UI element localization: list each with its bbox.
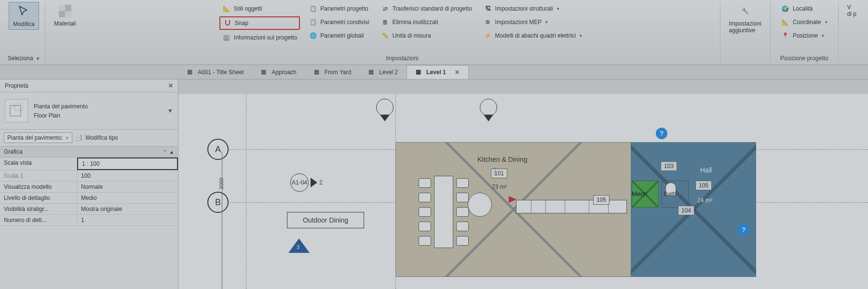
edit-type-button[interactable]: 📑Modifica tipo <box>75 134 118 141</box>
grid-line-v1[interactable] <box>246 94 246 289</box>
trasferisci-button[interactable]: ⇄Trasferisci standard di progetto <box>378 3 475 14</box>
prop-name: Scala 1: <box>0 171 77 181</box>
property-row[interactable]: Livello di dettaglioMedio <box>0 193 178 204</box>
close-panel-button[interactable]: ✕ <box>168 82 173 89</box>
abachi-button[interactable]: ⚡Modelli di abachi quadri elettrici ▾ <box>481 30 585 41</box>
snap-button[interactable]: Snap <box>219 16 300 30</box>
info-progetto-button[interactable]: 🏢Informazioni sul progetto <box>219 32 300 43</box>
modifica-button[interactable]: Modifica <box>9 2 39 30</box>
materials-icon <box>58 4 72 18</box>
styles-icon: 📐 <box>222 4 231 13</box>
panel-impostazioni: 📐Stili oggetti Snap 🏢Informazioni sul pr… <box>84 2 720 63</box>
prop-name: Visualizza modello <box>0 182 77 192</box>
elevation-marker[interactable] <box>376 99 393 116</box>
close-tab-button[interactable]: ✕ <box>455 69 460 76</box>
instance-filter[interactable]: Pianta del pavimento: ∨ <box>4 132 72 143</box>
svg-rect-3 <box>10 105 21 116</box>
type-dropdown-icon[interactable]: ▼ <box>167 107 173 114</box>
panel-title-seleziona[interactable]: Seleziona ▼ <box>8 55 40 63</box>
kitchen-counter[interactable] <box>516 200 627 213</box>
structural-icon: 🏗 <box>484 4 492 13</box>
section-marker[interactable]: A1-04 2 <box>290 173 323 192</box>
unita-button[interactable]: 📏Unità di misura <box>378 30 475 41</box>
hall-area: 24 m² <box>697 197 712 204</box>
parametri-condivisi-button[interactable]: 📋Parametri condivisi <box>306 16 372 28</box>
dining-table[interactable] <box>415 171 473 253</box>
property-row[interactable]: Scala 1:100 <box>0 171 178 182</box>
doc-tab[interactable]: ▦A001 - Title Sheet <box>178 65 252 79</box>
type-selector[interactable]: Pianta del pavimentoFloor Plan ▼ <box>0 92 178 130</box>
prop-value[interactable]: Mostra originale <box>77 204 178 214</box>
elimina-button[interactable]: 🗑Elimina inutilizzati <box>378 16 475 28</box>
edit-type-icon: 📑 <box>75 134 82 141</box>
room-tag-103[interactable]: 103 <box>661 161 677 171</box>
mep-icon: ⚙ <box>484 18 492 26</box>
room-tag-104[interactable]: 104 <box>678 206 694 215</box>
doc-tab[interactable]: ▦Approach <box>252 65 305 79</box>
room-outdoor-dining[interactable]: Outdoor Dining <box>287 212 364 228</box>
panel-title-posizione[interactable]: Posizione progetto <box>780 55 828 63</box>
room-area-101: 73 m² <box>492 184 507 190</box>
prop-value[interactable]: 100 <box>77 171 178 181</box>
aggiuntive-label: Impostazioniaggiuntive <box>729 20 761 34</box>
room-tag-105b[interactable]: 105 <box>695 181 712 190</box>
parametri-progetto-button[interactable]: 📋Parametri progetto <box>306 3 372 14</box>
cut-button[interactable]: V di p <box>843 2 860 19</box>
doc-tab[interactable]: ▦Level 1✕ <box>407 65 469 79</box>
prop-name: Numero di dett... <box>0 215 77 225</box>
properties-title: Proprietà <box>5 82 28 89</box>
prop-name: Livello di dettaglio <box>0 193 77 203</box>
coordinate-button[interactable]: 📐Coordinate ▾ <box>778 16 830 28</box>
property-row[interactable]: Visibilità stratigr...Mostra originale <box>0 204 178 215</box>
units-icon: 📏 <box>381 31 390 40</box>
prop-value[interactable]: 1 <box>77 215 178 225</box>
imp-strutturali-button[interactable]: 🏗Impostazioni strutturali ▾ <box>481 3 585 14</box>
property-row[interactable]: Visualizza modelloNormale <box>0 182 178 193</box>
dimension[interactable] <box>222 152 231 289</box>
global-params-icon: 🌐 <box>309 31 317 40</box>
prop-name: Scala vista <box>0 158 77 170</box>
category-grafica[interactable]: Grafica⌃ ▲ <box>0 146 178 158</box>
view-icon: ▦ <box>368 68 376 76</box>
floorplan-icon <box>5 99 28 122</box>
elevation-marker[interactable] <box>480 99 497 116</box>
prop-value[interactable]: Normale <box>77 182 178 192</box>
panel-title-impostazioni[interactable]: Impostazioni <box>386 55 418 63</box>
localita-button[interactable]: 🌍Località <box>778 3 830 14</box>
project-info-icon: 🏢 <box>222 33 231 42</box>
property-row[interactable]: Numero di dett...1 <box>0 215 178 226</box>
imp-mep-button[interactable]: ⚙Impostazioni MEP ▾ <box>481 16 585 28</box>
property-row[interactable]: Scala vista1 : 100 <box>0 158 178 171</box>
drawing-canvas[interactable]: A B A1-04 2 Outdoor Dining Kitchen & Din… <box>178 94 868 289</box>
help-badge[interactable]: ? <box>656 128 667 139</box>
parametri-globali-button[interactable]: 🌐Parametri globali <box>306 30 372 41</box>
prop-value[interactable]: Medio <box>77 193 178 203</box>
shared-params-icon: 📋 <box>309 18 317 26</box>
room-tag-101[interactable]: 101 <box>491 169 507 178</box>
view-direction-icon[interactable] <box>509 196 516 203</box>
panel-posizione: 🌍Località 📐Coordinate ▾ 📍Posizione ▾ Pos… <box>771 2 839 63</box>
snap-icon <box>223 19 232 27</box>
doc-tab[interactable]: ▦From Yard <box>305 65 360 79</box>
hall-label: Hall <box>700 166 712 174</box>
ribbon: Modifica Seleziona ▼ Materiali 📐Stili og… <box>0 0 868 65</box>
materiali-button[interactable]: Materiali <box>50 2 80 29</box>
transfer-icon: ⇄ <box>381 4 390 13</box>
cursor-icon <box>16 4 31 19</box>
imp-aggiuntive-button[interactable]: 🔧 Impostazioniaggiuntive <box>725 2 765 36</box>
document-tabs: ▦A001 - Title Sheet▦Approach▦From Yard▦L… <box>0 65 868 79</box>
view-icon: ▦ <box>416 68 423 76</box>
help-badge[interactable]: ? <box>738 224 749 236</box>
prop-value[interactable]: 1 : 100 <box>77 158 178 170</box>
round-table[interactable] <box>468 193 492 217</box>
stili-oggetti-button[interactable]: 📐Stili oggetti <box>219 3 300 14</box>
coords-icon: 📐 <box>781 18 790 26</box>
view-icon: ▦ <box>187 68 195 76</box>
posizione-button[interactable]: 📍Posizione ▾ <box>778 30 830 41</box>
schedules-icon: ⚡ <box>484 31 492 40</box>
room-tag-105[interactable]: 105 <box>593 195 610 205</box>
prop-name: Visibilità stratigr... <box>0 204 77 214</box>
doc-tab[interactable]: ▦Level 2 <box>360 65 407 79</box>
view-marker[interactable]: 3 <box>288 238 310 253</box>
wrench-icon: 🔧 <box>738 4 752 18</box>
